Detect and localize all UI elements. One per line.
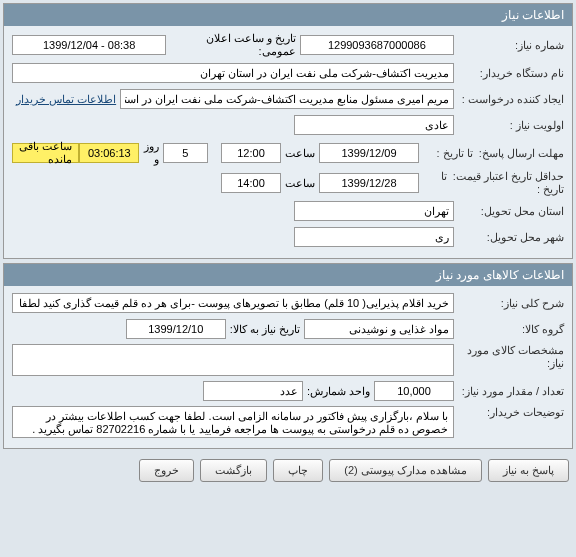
- deadline-time-field[interactable]: [221, 143, 281, 163]
- need-info-body: شماره نیاز: تاریخ و ساعت اعلان عمومی: نا…: [4, 26, 572, 258]
- goods-info-panel: اطلاعات کالاهای مورد نیاز شرح کلی نیاز: …: [3, 263, 573, 449]
- button-bar: پاسخ به نیاز مشاهده مدارک پیوستی (2) چاپ…: [3, 453, 573, 488]
- min-credit-label: حداقل تاریخ اعتبار قیمت: تا تاریخ :: [419, 170, 564, 196]
- need-no-field[interactable]: [300, 35, 454, 55]
- priority-label: اولویت نیاز :: [454, 119, 564, 132]
- delivery-province-label: استان محل تحویل:: [454, 205, 564, 218]
- min-credit-time-field[interactable]: [221, 173, 281, 193]
- reply-button[interactable]: پاسخ به نیاز: [488, 459, 569, 482]
- need-no-label: شماره نیاز:: [454, 39, 564, 52]
- days-remaining-field[interactable]: [163, 143, 208, 163]
- deadline-date-field[interactable]: [319, 143, 419, 163]
- qty-field[interactable]: [374, 381, 454, 401]
- announce-label: تاریخ و ساعت اعلان عمومی:: [166, 32, 299, 58]
- need-by-date-field[interactable]: [126, 319, 226, 339]
- group-label: گروه کالا:: [454, 323, 564, 336]
- need-info-panel: اطلاعات نیاز شماره نیاز: تاریخ و ساعت اع…: [3, 3, 573, 259]
- print-button[interactable]: چاپ: [273, 459, 323, 482]
- hour-label-2: ساعت: [281, 177, 319, 190]
- back-button[interactable]: بازگشت: [200, 459, 267, 482]
- days-and-label: روز و: [139, 140, 162, 166]
- unit-field[interactable]: [203, 381, 303, 401]
- remaining-label: ساعت باقی مانده: [12, 143, 79, 163]
- priority-field[interactable]: [294, 115, 454, 135]
- need-desc-field[interactable]: [12, 293, 454, 313]
- creator-field[interactable]: [120, 89, 454, 109]
- delivery-province-field[interactable]: [294, 201, 454, 221]
- buyer-notes-label: توضیحات خریدار:: [454, 406, 564, 419]
- delivery-city-field[interactable]: [294, 227, 454, 247]
- countdown-field: [79, 143, 139, 163]
- buyer-org-label: نام دستگاه خریدار:: [454, 67, 564, 80]
- buyer-contact-link[interactable]: اطلاعات تماس خریدار: [12, 93, 120, 106]
- group-field[interactable]: [304, 319, 454, 339]
- deadline-label: مهلت ارسال پاسخ: تا تاریخ :: [419, 147, 564, 160]
- need-desc-label: شرح کلی نیاز:: [454, 297, 564, 310]
- hour-label-1: ساعت: [281, 147, 319, 160]
- announce-field[interactable]: [12, 35, 166, 55]
- goods-info-header: اطلاعات کالاهای مورد نیاز: [4, 264, 572, 286]
- min-credit-date-field[interactable]: [319, 173, 419, 193]
- spec-label: مشخصات کالای مورد نیاز:: [454, 344, 564, 370]
- need-info-header: اطلاعات نیاز: [4, 4, 572, 26]
- exit-button[interactable]: خروج: [139, 459, 194, 482]
- attachments-button[interactable]: مشاهده مدارک پیوستی (2): [329, 459, 482, 482]
- goods-info-body: شرح کلی نیاز: گروه کالا: تاریخ نیاز به ک…: [4, 286, 572, 448]
- buyer-org-field[interactable]: [12, 63, 454, 83]
- unit-label: واحد شمارش:: [303, 385, 374, 398]
- need-by-date-label: تاریخ نیاز به کالا:: [226, 323, 304, 336]
- delivery-city-label: شهر محل تحویل:: [454, 231, 564, 244]
- spec-field[interactable]: [12, 344, 454, 376]
- creator-label: ایجاد کننده درخواست :: [454, 93, 564, 106]
- buyer-notes-field[interactable]: [12, 406, 454, 438]
- qty-label: تعداد / مقدار مورد نیاز:: [454, 385, 564, 398]
